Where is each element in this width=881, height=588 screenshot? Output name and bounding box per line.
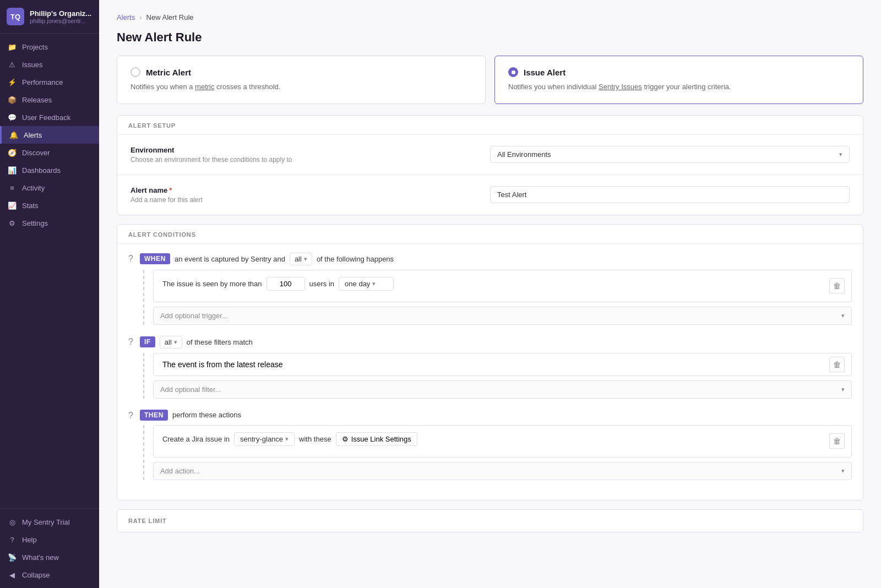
trigger-count-input[interactable] [267, 277, 305, 291]
breadcrumb-parent[interactable]: Alerts [117, 13, 135, 21]
org-info: Phillip's Organiz... phillip.jones@sentr… [30, 9, 91, 24]
when-condition-group: The issue is seen by more than users in … [143, 270, 852, 325]
if-condition-line: IF all ▾ of these filters match [140, 336, 852, 349]
trigger-delete-button[interactable]: 🗑 [829, 278, 845, 293]
when-condition-row: ? WHEN an event is captured by Sentry an… [128, 253, 852, 327]
sidebar-item-releases[interactable]: 📦Releases [0, 91, 99, 108]
environment-label-group: Environment Choose an environment for th… [130, 146, 490, 164]
sidebar-nav: 📁Projects⚠Issues⚡Performance📦Releases💬Us… [0, 34, 99, 508]
breadcrumb-current: New Alert Rule [146, 13, 194, 21]
action-project-value: sentry-glance [240, 435, 283, 443]
then-help-icon[interactable]: ? [128, 411, 133, 421]
main-content: Alerts › New Alert Rule New Alert Rule M… [99, 0, 881, 588]
alert-name-label: Alert name* [130, 186, 490, 194]
filter-delete-button[interactable]: 🗑 [829, 357, 845, 372]
lightning-icon: ⚡ [8, 78, 17, 86]
sidebar-item-issues[interactable]: ⚠Issues [0, 56, 99, 73]
issue-link-settings-button[interactable]: ⚙ Issue Link Settings [336, 432, 417, 446]
sidebar-item-label: Settings [22, 219, 48, 227]
if-chevron-icon: ▾ [174, 339, 177, 346]
sidebar-item-label: Activity [22, 184, 45, 192]
add-filter-chevron-icon: ▾ [841, 386, 845, 393]
sidebar-item-activity[interactable]: ≡Activity [0, 179, 99, 197]
metric-alert-card[interactable]: Metric Alert Notifies you when a metric … [117, 56, 486, 104]
sidebar-item-performance[interactable]: ⚡Performance [0, 73, 99, 91]
then-condition-row: ? THEN perform these actions Create a Ji… [128, 410, 852, 482]
trigger-chevron-icon: ▾ [372, 280, 376, 287]
metric-alert-desc: Notifies you when a metric crosses a thr… [130, 81, 472, 92]
conditions-body: ? WHEN an event is captured by Sentry an… [117, 244, 863, 500]
sidebar-item-stats[interactable]: 📈Stats [0, 197, 99, 214]
if-text: of these filters match [187, 338, 253, 346]
when-condition-line: WHEN an event is captured by Sentry and … [140, 253, 852, 265]
org-header[interactable]: TQ Phillip's Organiz... phillip.jones@se… [0, 0, 99, 34]
sidebar-item-label: Issues [22, 61, 43, 69]
if-help-icon[interactable]: ? [128, 337, 133, 347]
sidebar-item-label: Collapse [22, 571, 50, 579]
when-chevron-icon: ▾ [304, 255, 307, 263]
if-condition-group: The event is from the latest release 🗑 A… [143, 353, 852, 399]
then-condition-body: THEN perform these actions Create a Jira… [140, 410, 852, 482]
sidebar-item-label: Alerts [24, 131, 42, 139]
sidebar-item-dashboards[interactable]: 📊Dashboards [0, 161, 99, 179]
alert-name-input[interactable] [490, 186, 850, 203]
environment-select[interactable]: All Environments ▾ [490, 146, 850, 163]
sidebar-item-label: Help [22, 536, 37, 544]
circle-icon: ◎ [8, 518, 17, 526]
alert-setup-body: Environment Choose an environment for th… [117, 135, 863, 215]
add-trigger-placeholder: Add optional trigger... [160, 312, 228, 320]
alert-name-hint: Add a name for this alert [130, 196, 490, 204]
org-email: phillip.jones@sentr... [30, 18, 91, 24]
if-all-value: all [165, 338, 172, 346]
add-action-placeholder: Add action... [160, 467, 200, 475]
sidebar-item-settings[interactable]: ⚙Settings [0, 214, 99, 232]
sidebar-item-discover[interactable]: 🧭Discover [0, 144, 99, 161]
required-indicator: * [169, 186, 172, 194]
issue-link-settings-label: Issue Link Settings [351, 435, 411, 443]
issue-alert-radio[interactable] [508, 67, 518, 77]
when-all-select[interactable]: all ▾ [290, 253, 312, 265]
issue-alert-card[interactable]: Issue Alert Notifies you when individual… [494, 56, 863, 104]
sidebar-bottom: ◎My Sentry Trial?Help📡What's new◀Collaps… [0, 508, 99, 588]
add-action-row[interactable]: Add action... ▾ [153, 462, 852, 480]
package-icon: 📦 [8, 95, 17, 104]
alert-type-selector: Metric Alert Notifies you when a metric … [117, 56, 863, 104]
metric-alert-radio[interactable] [130, 67, 140, 77]
filter-text: The event is from the latest release [162, 360, 283, 369]
trigger-period-value: one day [345, 280, 370, 288]
sidebar-item-projects[interactable]: 📁Projects [0, 38, 99, 56]
breadcrumb: Alerts › New Alert Rule [117, 13, 863, 21]
sidebar-item-collapse[interactable]: ◀Collapse [0, 566, 99, 584]
environment-value: All Environments [497, 150, 551, 159]
alert-name-control [490, 186, 850, 203]
sidebar-item-label: What's new [22, 553, 59, 562]
filter-card: The event is from the latest release 🗑 [153, 353, 852, 376]
sidebar-item-label: Projects [22, 43, 48, 51]
sidebar-item-user-feedback[interactable]: 💬User Feedback [0, 108, 99, 126]
sidebar-item-help[interactable]: ?Help [0, 531, 99, 548]
add-trigger-row[interactable]: Add optional trigger... ▾ [153, 307, 852, 325]
sidebar: TQ Phillip's Organiz... phillip.jones@se… [0, 0, 99, 588]
broadcast-icon: 📡 [8, 553, 17, 562]
environment-control: All Environments ▾ [490, 146, 850, 163]
sidebar-item-alerts[interactable]: 🔔Alerts [0, 126, 99, 144]
add-filter-placeholder: Add optional filter... [160, 385, 221, 394]
action-card: Create a Jira issue in sentry-glance ▾ w… [153, 425, 852, 458]
if-all-select[interactable]: all ▾ [160, 336, 182, 349]
add-filter-row[interactable]: Add optional filter... ▾ [153, 380, 852, 399]
action-delete-button[interactable]: 🗑 [829, 433, 845, 449]
when-help-icon[interactable]: ? [128, 254, 133, 264]
add-trigger-chevron-icon: ▾ [841, 312, 845, 319]
gear-icon: ⚙ [8, 219, 17, 227]
action-project-chevron-icon: ▾ [285, 435, 289, 443]
sidebar-item-my-sentry-trial[interactable]: ◎My Sentry Trial [0, 513, 99, 531]
trigger-period-select[interactable]: one day ▾ [339, 277, 394, 291]
activity-icon: ≡ [8, 183, 17, 192]
warning-icon: ⚠ [8, 60, 17, 69]
alert-conditions-label: ALERT CONDITIONS [117, 225, 863, 244]
action-project-select[interactable]: sentry-glance ▾ [234, 432, 295, 446]
sidebar-item-whats-new[interactable]: 📡What's new [0, 548, 99, 566]
sidebar-item-label: Performance [22, 78, 63, 86]
environment-row: Environment Choose an environment for th… [117, 135, 863, 175]
org-name: Phillip's Organiz... [30, 9, 91, 18]
